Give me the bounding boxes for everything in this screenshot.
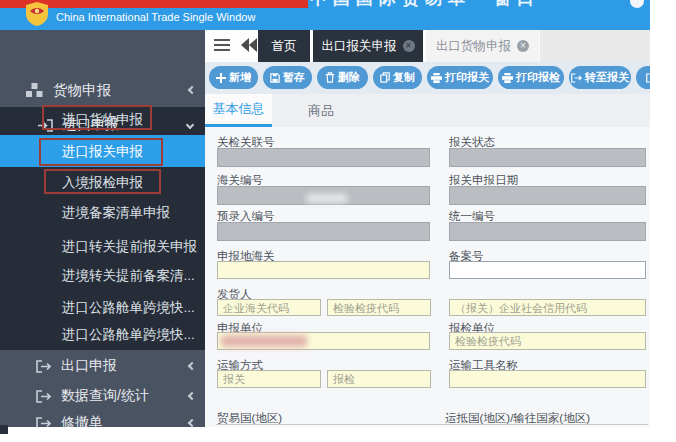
tab-label: 出口货物申报 (436, 38, 511, 55)
transfer-to-customs-button[interactable]: 转至报关 (569, 66, 631, 89)
field-consignor-ciq-code[interactable] (327, 299, 431, 316)
app-title: China International Trade Single Window (56, 11, 255, 23)
sidebar-item-label: 出口申报 (61, 357, 117, 375)
chevron-left-icon (188, 86, 196, 94)
field-decl-customs[interactable] (217, 261, 430, 279)
sign-out-icon (36, 360, 51, 373)
tab-label: 首页 (272, 38, 297, 55)
plus-icon (216, 73, 226, 83)
tab-bar-filler (540, 30, 650, 62)
field-customs-no-wrap (217, 186, 430, 205)
copy-icon (380, 72, 390, 83)
sidebar-item-cargo-declaration[interactable]: 货物申报 (0, 75, 205, 105)
sidebar-subitem-import-road-manifest-2[interactable]: 进口公路舱单跨境快... (62, 326, 195, 344)
button-label: 转至报关 (585, 70, 629, 85)
copy-button[interactable]: 复制 (373, 66, 422, 89)
save-icon (270, 73, 280, 83)
tab-home[interactable]: 首页 (258, 30, 310, 62)
field-record-no[interactable] (449, 261, 646, 279)
field-transport-customs[interactable] (217, 370, 321, 388)
tab-export-customs-declaration[interactable]: 出口报关申报 (313, 30, 423, 62)
button-label: 删除 (338, 70, 360, 85)
sidebar-subitem-import-road-manifest-1[interactable]: 进口公路舱单跨境快... (62, 299, 195, 317)
cubes-icon (26, 83, 43, 98)
field-consignor-customs-code[interactable] (217, 299, 321, 316)
tab-label: 出口报关申报 (322, 38, 397, 55)
sidebar-subitem-entry-transit-record[interactable]: 进境转关提前备案清... (62, 267, 195, 285)
print-inspection-button[interactable]: 打印报检 (498, 66, 564, 89)
trash-icon (325, 72, 335, 83)
field-transport-inspection[interactable] (327, 370, 431, 388)
sidebar-item-label: 货物申报 (53, 81, 111, 100)
field-decl-unit-wrap (217, 332, 430, 350)
new-button[interactable]: 新增 (209, 66, 258, 89)
field-rel-no[interactable] (217, 148, 430, 167)
field-unified-no[interactable] (449, 222, 646, 241)
clipped-title-fragment: 中国国际贸易单一窗口 (300, 0, 630, 7)
annotation-box-entry-inspection (44, 169, 161, 194)
print-customs-button[interactable]: 打印报关 (427, 66, 493, 89)
title-cn-fragment: 中国国际贸易单一窗口 (310, 0, 540, 7)
redacted-value (221, 335, 307, 347)
menu-toggle-icon[interactable] (214, 39, 230, 41)
sidebar-subitem-import-transit-advance[interactable]: 进口转关提前报关申报 (62, 238, 197, 256)
sidebar-item-label: 数据查询/统计 (61, 387, 149, 405)
annotation-box-import-goods (42, 105, 152, 130)
forward-icon (571, 73, 582, 83)
blur-smudge (307, 194, 347, 203)
close-icon[interactable] (403, 40, 415, 52)
button-label: 复制 (393, 70, 415, 85)
app-window: 中国国际贸易单一窗口 China International Trade Sin… (0, 0, 676, 442)
tab-export-goods-declaration[interactable]: 出口货物申报 (426, 30, 539, 62)
chevron-left-icon (188, 419, 196, 427)
field-transport-name[interactable] (449, 370, 646, 388)
tab-label: 商品 (308, 102, 334, 120)
print-icon (431, 73, 442, 83)
field-decl-status[interactable] (449, 148, 646, 167)
sidebar-subitem-entry-record-list[interactable]: 进境备案清单申报 (62, 204, 170, 222)
print-icon (502, 73, 513, 83)
app-logo-icon (26, 2, 48, 26)
annotation-box-import-customs (39, 138, 163, 166)
chevron-left-icon (188, 362, 196, 370)
close-icon[interactable] (517, 40, 529, 52)
chevron-left-icon (188, 392, 196, 400)
sign-out-icon (36, 390, 51, 403)
field-credit-code[interactable] (449, 299, 646, 316)
sidebar-item-data-query-stats[interactable]: 数据查询/统计 (0, 383, 205, 409)
chevron-down-icon (186, 121, 194, 129)
button-label: 打印报关 (445, 70, 489, 85)
field-prerec-no[interactable] (217, 222, 430, 241)
button-label: 打印报检 (516, 70, 560, 85)
button-label: 暂存 (283, 70, 305, 85)
button-label: 新增 (229, 70, 251, 85)
delete-button[interactable]: 删除 (317, 66, 368, 89)
bottom-crop-margin (0, 427, 676, 442)
right-crop-margin (650, 0, 676, 442)
collapse-tabs-icon[interactable] (241, 38, 259, 52)
divider (216, 424, 648, 425)
field-inspection-unit[interactable] (449, 332, 646, 350)
tab-goods[interactable]: 商品 (296, 94, 346, 127)
field-decl-date[interactable] (449, 186, 646, 205)
sidebar-item-export-declaration[interactable]: 出口申报 (0, 353, 205, 379)
tab-basic-info[interactable]: 基本信息 (205, 94, 272, 124)
tab-label: 基本信息 (213, 100, 265, 118)
corner-fragment (0, 425, 8, 434)
save-draft-button[interactable]: 暂存 (263, 66, 312, 89)
